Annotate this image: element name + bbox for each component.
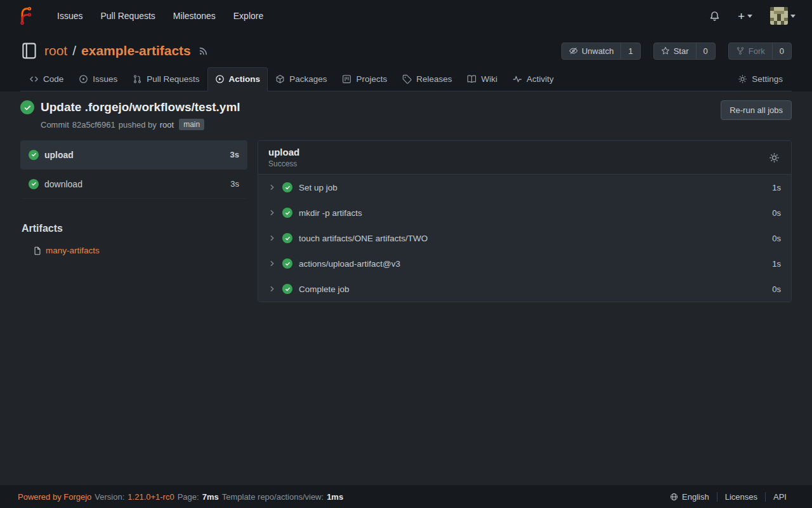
job-options-button[interactable] (768, 151, 781, 164)
job-row-download[interactable]: download 3s (20, 170, 247, 199)
template-time: 1ms (327, 492, 343, 502)
nav-item-pull-requests[interactable]: Pull Requests (100, 11, 155, 21)
step-row[interactable]: Complete job 0s (258, 276, 791, 302)
job-detail-panel: upload Success Set up job 1s (258, 140, 792, 302)
caret-down-icon (790, 15, 796, 18)
artifact-name: many-artifacts (46, 246, 100, 255)
step-success-icon (282, 182, 292, 192)
rerun-all-jobs-button[interactable]: Re-run all jobs (721, 100, 792, 120)
fork-button[interactable]: Fork (729, 43, 772, 59)
job-name: download (44, 179, 225, 189)
tab-pull-requests[interactable]: Pull Requests (125, 67, 207, 91)
play-circle-icon (215, 74, 225, 84)
tab-code[interactable]: Code (22, 67, 71, 91)
repo-name-link[interactable]: example-artifacts (81, 43, 191, 58)
job-duration: 3s (230, 150, 239, 159)
fork-icon (736, 46, 745, 55)
star-button-group: Star 0 (653, 43, 716, 60)
step-row[interactable]: touch artifacts/ONE artifacts/TWO 0s (258, 225, 791, 251)
chevron-right-icon (268, 184, 276, 191)
forgejo-logo-icon (16, 6, 36, 25)
file-icon (33, 246, 42, 255)
version-label: Version: (95, 492, 124, 502)
nav-item-milestones[interactable]: Milestones (173, 11, 216, 21)
project-board-icon (342, 74, 351, 84)
tab-issues[interactable]: Issues (71, 67, 125, 91)
job-detail-title: upload (268, 147, 299, 157)
book-icon (467, 74, 476, 84)
step-row[interactable]: mkdir -p artifacts 0s (258, 200, 791, 225)
rss-button[interactable] (199, 46, 208, 56)
pusher-link[interactable]: root (160, 120, 174, 130)
job-name: upload (44, 150, 225, 160)
repo-title: root / example-artifacts (44, 43, 191, 58)
code-icon (29, 74, 39, 84)
version-link[interactable]: 1.21.0+1-rc0 (128, 492, 174, 502)
fork-button-group: Fork 0 (728, 43, 792, 60)
tab-activity[interactable]: Activity (505, 67, 561, 91)
gear-icon (738, 74, 747, 84)
notifications-button[interactable] (709, 11, 720, 22)
commit-info: Commit 82a5cf6961 pushed by root main (41, 119, 240, 130)
repo-owner-link[interactable]: root (44, 43, 67, 58)
step-row[interactable]: actions/upload-artifact@v3 1s (258, 251, 791, 276)
create-menu-button[interactable]: + (738, 10, 752, 22)
pulse-icon (513, 74, 522, 84)
tab-releases[interactable]: Releases (395, 67, 459, 91)
forgejo-logo[interactable] (16, 6, 36, 25)
tag-icon (402, 74, 412, 84)
tab-settings[interactable]: Settings (730, 67, 790, 91)
user-menu-button[interactable] (770, 7, 796, 25)
nav-item-explore[interactable]: Explore (233, 11, 263, 21)
licenses-link[interactable]: Licenses (717, 492, 765, 502)
avatar (770, 7, 788, 25)
pushed-by-label: pushed by (119, 120, 157, 130)
nav-item-issues[interactable]: Issues (57, 11, 82, 21)
star-button[interactable]: Star (654, 43, 696, 59)
commit-label: Commit (41, 120, 69, 130)
step-success-icon (282, 284, 292, 294)
issue-circle-icon (79, 74, 88, 84)
unwatch-button[interactable]: Unwatch (562, 43, 621, 59)
step-name: actions/upload-artifact@v3 (299, 259, 766, 269)
step-name: touch artifacts/ONE artifacts/TWO (299, 234, 766, 243)
chevron-right-icon (268, 285, 276, 293)
step-row[interactable]: Set up job 1s (258, 175, 791, 200)
plus-icon: + (738, 10, 745, 22)
job-detail-status: Success (268, 159, 299, 168)
chevron-right-icon (268, 234, 276, 242)
stars-count[interactable]: 0 (696, 43, 715, 59)
globe-icon (670, 493, 678, 501)
top-navbar: Issues Pull Requests Milestones Explore … (0, 0, 812, 32)
job-success-icon (29, 150, 39, 160)
job-row-upload[interactable]: upload 3s (20, 140, 247, 170)
watchers-count[interactable]: 1 (620, 43, 639, 59)
step-duration: 1s (772, 183, 781, 192)
chevron-right-icon (268, 260, 276, 267)
commit-sha-link[interactable]: 82a5cf6961 (72, 120, 115, 130)
step-duration: 0s (772, 284, 781, 294)
run-title: Update .forgejo/workflows/test.yml (41, 100, 240, 114)
step-duration: 0s (772, 208, 781, 218)
branch-badge[interactable]: main (179, 119, 204, 130)
step-name: Complete job (299, 284, 766, 294)
run-success-icon (20, 100, 34, 114)
powered-by-link[interactable]: Powered by Forgejo (18, 492, 91, 502)
tab-packages[interactable]: Packages (268, 67, 334, 91)
package-icon (275, 74, 285, 84)
api-link[interactable]: API (765, 492, 794, 502)
language-selector[interactable]: English (662, 492, 717, 502)
job-duration: 3s (230, 179, 239, 189)
forks-count[interactable]: 0 (772, 43, 791, 59)
step-name: mkdir -p artifacts (299, 208, 766, 218)
template-label: Template repo/actions/view: (222, 492, 324, 502)
artifact-link[interactable]: many-artifacts (33, 246, 247, 255)
page-time: 7ms (202, 492, 219, 502)
actions-run-view: Update .forgejo/workflows/test.yml Commi… (0, 91, 812, 485)
repo-path-separator: / (72, 43, 76, 58)
caret-down-icon (747, 15, 752, 18)
gear-icon (769, 152, 780, 163)
tab-actions[interactable]: Actions (207, 67, 268, 91)
tab-wiki[interactable]: Wiki (459, 67, 505, 91)
tab-projects[interactable]: Projects (334, 67, 395, 91)
